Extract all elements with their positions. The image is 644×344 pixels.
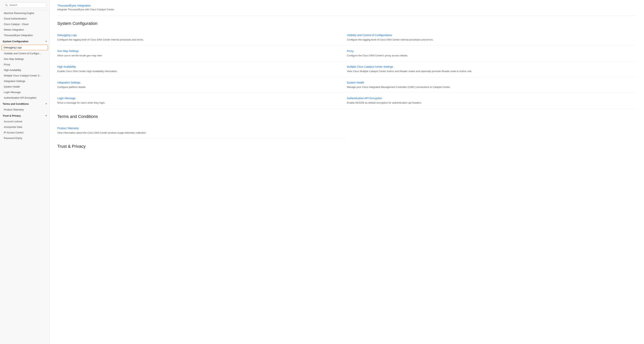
sidebar-item-visibility-control[interactable]: Visibility and Control of Configur... [0,51,50,56]
card-desc-proxy: Configure the Cisco DNA Center's proxy a… [347,54,631,58]
cards-grid-system-configuration: Debugging LogsConfigure the logging leve… [57,30,636,109]
card-system-health: System HealthManage your Cisco Integrate… [347,77,636,93]
sidebar-item-geo-map-settings[interactable]: Geo Map Settings [0,56,50,62]
sidebar-item-password-expiry[interactable]: Password Expiry [0,135,50,141]
sidebar-item-login-message[interactable]: Login Message [0,90,50,95]
sidebar-item-integration-settings[interactable]: Integration Settings [0,78,50,84]
card-desc-product-telemetry: View information about the Cisco DNA Cen… [57,131,335,135]
card-desc-geo-map-settings: Allow use to set the locale geo map view [57,54,335,58]
card-desc-integration-settings: Configure platform details [57,85,335,89]
search-icon [5,4,8,7]
sidebar-item-anonymize-data[interactable]: Anonymize Data [0,124,50,130]
card-link-product-telemetry[interactable]: Product Telemetry [57,127,335,130]
card-desc-login-message: Show a message for users when they login… [57,101,335,105]
card-desc-high-availability: Enable Cisco DNA Center High Availabilit… [57,69,335,73]
sidebar-item-debugging-logs[interactable]: Debugging Logs [2,45,48,50]
chevron-down-icon: ▾ [46,115,47,117]
sidebar-item-account-lockout[interactable]: Account Lockout [0,119,50,124]
card-link-authentication-api-encryption[interactable]: Authentication API Encryption [347,97,631,100]
sidebar-item-authentication-api-encryption[interactable]: Authentication API Encryption [0,95,50,101]
card-link-login-message[interactable]: Login Message [57,97,335,100]
card-login-message: Login MessageShow a message for users wh… [57,93,347,109]
sidebar-section-system-configuration[interactable]: System Configuration▾ [0,38,50,44]
card-link-high-availability[interactable]: High Availability [57,65,335,68]
card-desc-multiple-cisco-catalyst-center-settings: View Cisco Multiple Catalyst Center Auth… [347,69,631,73]
cards-grid-terms-and-conditions: Product TelemetryView information about … [57,123,636,139]
card-link-integration-settings[interactable]: Integration Settings [57,81,335,84]
card-link-system-health[interactable]: System Health [347,81,631,84]
sidebar-section-terms-and-conditions[interactable]: Terms and Conditions▾ [0,101,50,107]
sidebar-section-label-system-configuration: System Configuration [3,40,28,43]
card-link-multiple-cisco-catalyst-center-settings[interactable]: Multiple Cisco Catalyst Center Settings [347,65,631,68]
sidebar-section-label-terms-and-conditions: Terms and Conditions [3,102,29,105]
card-geo-map-settings: Geo Map SettingsAllow use to set the loc… [57,46,347,62]
card-desc-system-health: Manage your Cisco Integrated Management … [347,85,631,89]
card-link-debugging-logs[interactable]: Debugging Logs [57,34,335,37]
card-desc-authentication-api-encryption: Enable AES256 as default encryption for … [347,101,631,105]
search-container [0,0,50,10]
sidebar-section-trust-privacy[interactable]: Trust & Privacy▾ [0,112,50,119]
sidebar-item-cisco-catalyst-cloud[interactable]: Cisco Catalyst - Cloud [0,22,50,27]
search-box [3,2,47,8]
top-section: ThousandEyes Integration Integrate Thous… [57,0,636,16]
sidebar-item-product-telemetry[interactable]: Product Telemetry [0,107,50,112]
main-content: ThousandEyes Integration Integrate Thous… [50,0,644,344]
card-link-visibility-control[interactable]: Visibility and Control of Configurations [347,34,631,37]
thousandeyes-integration-desc: Integrate ThousandEyes with Cisco Cataly… [57,8,636,11]
section-title-trust-privacy: Trust & Privacy [57,144,636,149]
section-title-terms-and-conditions: Terms and Conditions [57,114,636,119]
card-product-telemetry: Product TelemetryView information about … [57,123,347,139]
card-proxy: ProxyConfigure the Cisco DNA Center's pr… [347,46,636,62]
chevron-down-icon: ▾ [46,103,47,105]
sidebar-item-machine-reasoning-engine[interactable]: Machine Reasoning Engine [0,10,50,16]
sidebar-item-proxy[interactable]: Proxy [0,62,50,67]
sidebar: Machine Reasoning EngineCloud Authentica… [0,0,50,344]
sidebar-standalone-items: Machine Reasoning EngineCloud Authentica… [0,10,50,38]
main-sections: System ConfigurationDebugging LogsConfig… [57,21,636,149]
sidebar-item-cloud-authentication[interactable]: Cloud Authentication [0,16,50,22]
sidebar-item-high-availability[interactable]: High Availability [0,67,50,73]
card-link-proxy[interactable]: Proxy [347,50,631,53]
sidebar-sections: System Configuration▾Debugging LogsVisib… [0,38,50,141]
sidebar-item-ip-access-control[interactable]: IP Access Control [0,130,50,135]
card-authentication-api-encryption: Authentication API EncryptionEnable AES2… [347,93,636,109]
card-multiple-cisco-catalyst-center-settings: Multiple Cisco Catalyst Center SettingsV… [347,61,636,77]
card-desc-debugging-logs: Configure the logging level of Cisco DNA… [57,38,335,42]
sidebar-section-label-trust-privacy: Trust & Privacy [3,114,21,117]
chevron-down-icon: ▾ [46,40,47,43]
card-desc-visibility-control: Configure the logging level of Cisco DNA… [347,38,631,42]
card-integration-settings: Integration SettingsConfigure platform d… [57,77,347,93]
card-link-geo-map-settings[interactable]: Geo Map Settings [57,50,335,53]
sidebar-item-thousandeyes-integration[interactable]: ThousandEyes Integration [0,33,50,38]
sidebar-item-webex-integration[interactable]: Webex Integration [0,27,50,33]
thousandeyes-integration-link[interactable]: ThousandEyes Integration [57,4,91,7]
svg-line-1 [7,6,8,6]
card-high-availability: High AvailabilityEnable Cisco DNA Center… [57,61,347,77]
card-debugging-logs: Debugging LogsConfigure the logging leve… [57,30,347,46]
card-visibility-control: Visibility and Control of Configurations… [347,30,636,46]
search-input[interactable] [9,4,44,7]
section-title-system-configuration: System Configuration [57,21,636,26]
sidebar-item-multiple-cisco-catalyst[interactable]: Multiple Cisco Catalyst Center S... [0,73,50,78]
sidebar-item-system-health[interactable]: System Health [0,84,50,90]
